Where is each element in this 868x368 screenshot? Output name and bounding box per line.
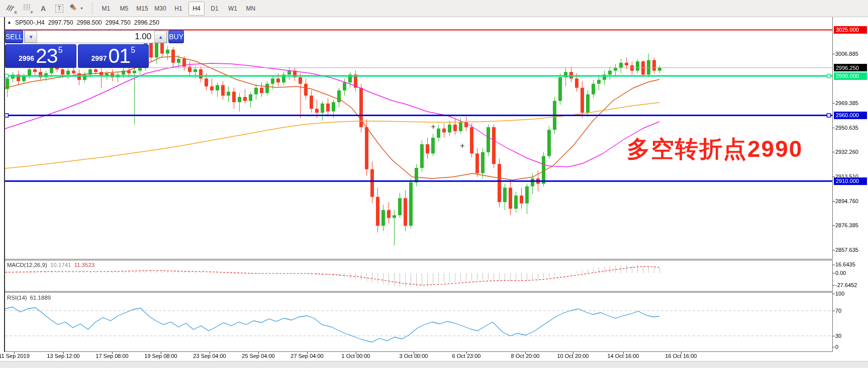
toolbar: EFAT▼ M1M5M15M30H1H4D1W1MN xyxy=(0,0,868,17)
text-annotate-icon: A xyxy=(41,5,46,13)
objects-icon-caret: ▼ xyxy=(80,7,83,10)
objects-icon xyxy=(69,4,78,13)
rsi-value: 61.1889 xyxy=(30,295,51,301)
toolbar-icon-group: EFAT▼ xyxy=(3,2,85,16)
rsi-axis-tick: 30 xyxy=(835,333,841,339)
macd-signal-value: 11.3523 xyxy=(74,262,94,268)
volume-input[interactable] xyxy=(37,31,154,43)
sell-price-box[interactable]: 2996 23 5 xyxy=(5,44,76,68)
text-box-icon: T xyxy=(55,5,63,13)
macd-label: MACD(12,26,9) 10.1741 11.3523 xyxy=(7,262,94,268)
buy-price-small: 2997 xyxy=(91,51,107,66)
time-axis-label: 23 Sep 04:00 xyxy=(193,353,226,359)
rsi-axis-tick: 100 xyxy=(835,291,844,297)
timeframe-M15[interactable]: M15 xyxy=(134,2,150,16)
trading-app-window: EFAT▼ M1M5M15M30H1H4D1W1MN ▲ SP500-,H4 2… xyxy=(0,0,868,368)
sell-price-small: 2996 xyxy=(19,51,34,66)
price-axis-tick: 2857.635 xyxy=(835,247,858,253)
price-axis-tick: 2932.260 xyxy=(835,149,858,155)
high-value: 2998.500 xyxy=(77,19,102,26)
time-axis-label: 16 Oct 16:00 xyxy=(665,353,697,359)
price-badge: 3025.000 xyxy=(834,26,867,34)
chart-ohlc-header: ▲ SP500-,H4 2997.750 2998.500 2994.750 2… xyxy=(7,19,159,26)
volume-decrease-button[interactable]: ▼ xyxy=(25,31,37,43)
objects-button[interactable]: ▼ xyxy=(68,2,84,16)
price-badge: 2960.000 xyxy=(834,112,867,119)
timeframe-H4[interactable]: H4 xyxy=(188,2,205,16)
price-badge: 2990.000 xyxy=(834,72,867,80)
sell-button[interactable]: SELL xyxy=(5,30,23,43)
price-axis-tick: 2950.635 xyxy=(835,125,858,131)
sell-price-big: 23 xyxy=(36,46,58,66)
buy-price-sup: 5 xyxy=(131,47,135,54)
rsi-label: RSI(14) 61.1889 xyxy=(7,295,51,301)
price-axis-tick: 2876.385 xyxy=(835,222,858,228)
volume-stepper: ▼ ▲ xyxy=(24,30,167,43)
rsi-axis-tick: 70 xyxy=(835,308,841,314)
macd-axis-tick: 16.6435 xyxy=(835,261,855,267)
indicators-icon-sub-label: E xyxy=(15,10,17,15)
time-axis-label: 17 Sep 08:00 xyxy=(95,353,128,359)
close-value: 2996.250 xyxy=(134,19,159,26)
buy-price-big: 01 xyxy=(109,46,131,66)
time-axis-label: 1 Oct 00:00 xyxy=(342,353,370,359)
chart-text-annotation[interactable]: 多空转折点2990 xyxy=(627,134,803,165)
price-badge: 2910.000 xyxy=(834,177,867,185)
time-axis-label: 6 Oct 23:00 xyxy=(452,353,481,359)
rsi-axis-tick: 0 xyxy=(835,344,838,350)
price-axis-tick: 2969.385 xyxy=(835,100,858,106)
timeframe-button-group: M1M5M15M30H1H4D1W1MN xyxy=(97,2,260,16)
timeframe-M30[interactable]: M30 xyxy=(152,2,168,16)
grid-button[interactable]: F xyxy=(20,2,34,16)
symbol-label: SP500-,H4 xyxy=(15,19,45,26)
sell-price-sup: 5 xyxy=(58,47,63,54)
symbol-marker-icon: ▲ xyxy=(7,20,12,25)
low-value: 2994.750 xyxy=(106,19,131,26)
time-axis-label: 27 Sep 04:00 xyxy=(291,353,323,359)
buy-price-box[interactable]: 2997 01 5 xyxy=(78,44,149,68)
macd-axis-tick: -27.6452 xyxy=(835,282,857,288)
price-axis-tick: 3006.885 xyxy=(835,51,858,57)
time-axis-label: 10 Oct 20:00 xyxy=(557,353,589,359)
timeframe-MN[interactable]: MN xyxy=(243,2,259,16)
price-axis-tick: 2894.760 xyxy=(835,198,858,204)
timeframe-M5[interactable]: M5 xyxy=(116,2,132,16)
timeframe-H1[interactable]: H1 xyxy=(170,2,186,16)
rsi-name: RSI(14) xyxy=(7,295,27,301)
text-box-button[interactable]: T xyxy=(52,2,66,16)
status-strip xyxy=(0,361,868,368)
buy-button[interactable]: BUY xyxy=(168,30,184,43)
timeframe-W1[interactable]: W1 xyxy=(225,2,241,16)
toolbar-separator xyxy=(92,3,93,15)
macd-main-value: 10.1741 xyxy=(50,262,71,268)
timeframe-M1[interactable]: M1 xyxy=(98,2,114,16)
time-axis-label: 19 Sep 08:00 xyxy=(144,353,177,359)
time-axis-label: 13 Sep 12:00 xyxy=(47,353,79,359)
grid-icon-sub-label: F xyxy=(31,10,33,15)
time-axis-label: 8 Oct 20:00 xyxy=(511,353,540,359)
time-axis-label: 14 Oct 16:00 xyxy=(608,353,639,359)
timeframe-D1[interactable]: D1 xyxy=(207,2,223,16)
time-axis-label: 3 Oct 00:00 xyxy=(400,353,428,359)
open-value: 2997.750 xyxy=(48,19,73,26)
text-annotate-button[interactable]: A xyxy=(36,2,50,16)
macd-axis-tick: 0.00 xyxy=(835,270,846,276)
one-click-trade-panel: SELL ▼ ▲ BUY 2996 23 5 2997 01 5 xyxy=(5,30,149,68)
time-axis-label: 25 Sep 04:00 xyxy=(242,353,274,359)
macd-name: MACD(12,26,9) xyxy=(7,262,47,268)
indicators-button[interactable]: E xyxy=(4,2,18,16)
volume-increase-button[interactable]: ▲ xyxy=(154,31,167,43)
price-badge: 2996.250 xyxy=(834,64,867,71)
time-axis-label: 11 Sep 2019 xyxy=(0,353,30,359)
